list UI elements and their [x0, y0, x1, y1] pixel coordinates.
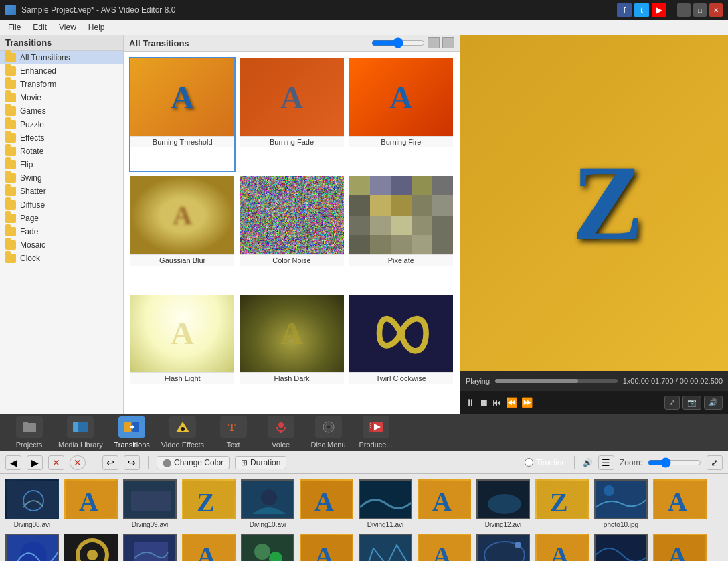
media-item-photo09[interactable]: photo09.jpg [359, 534, 412, 561]
media-item-photo11[interactable]: photo11.jpg [123, 534, 177, 561]
duration-button[interactable]: ⊞ Duration [235, 456, 286, 469]
media-item-trans-a9[interactable]: A [653, 534, 707, 561]
change-color-button[interactable]: ⬤ Change Color [157, 456, 230, 469]
preview-video: Z [460, 35, 728, 371]
sidebar-item-games[interactable]: Games [0, 104, 123, 118]
maximize-button[interactable]: □ [693, 3, 707, 17]
media-item-trans-a3[interactable]: A [418, 479, 471, 528]
media-item-trans-a5[interactable]: A [182, 534, 236, 561]
sidebar-item-effects[interactable]: Effects [0, 131, 123, 145]
sidebar-item-rotate[interactable]: Rotate [0, 145, 123, 158]
media-item-photo01[interactable]: photo01.jpg [594, 534, 648, 561]
youtube-icon[interactable]: ▶ [652, 3, 666, 17]
media-item-diving09[interactable]: Diving09.avi [123, 479, 177, 528]
timeline-redo-button[interactable]: ↪ [124, 455, 140, 470]
media-item-diving08[interactable]: Diving08.avi [5, 479, 59, 528]
transition-burning-fire[interactable]: A Burning Fire [348, 57, 454, 172]
toolbar-disc-menu[interactable]: Disc Menu [310, 416, 347, 449]
sidebar-item-all-transitions[interactable]: All Transitions [0, 51, 123, 64]
transition-gaussian-blur[interactable]: A Gaussian Blur [129, 175, 236, 290]
menu-help[interactable]: Help [83, 21, 110, 33]
sidebar-item-movie[interactable]: Movie [0, 91, 123, 104]
preview-fit-button[interactable]: ⤢ [664, 396, 680, 410]
media-item-photo05[interactable]: photo05.jpg [241, 534, 294, 561]
playback-forward-button[interactable]: ⏩ [521, 397, 533, 408]
playback-rewind-button[interactable]: ⏪ [506, 397, 517, 408]
sidebar-item-diffuse[interactable]: Diffuse [0, 198, 123, 212]
playback-prev-button[interactable]: ⏮ [492, 397, 502, 408]
sidebar-item-enhanced[interactable]: Enhanced [0, 64, 123, 78]
preview-progress-bar[interactable] [495, 379, 618, 383]
playback-pause-button[interactable]: ⏸ [466, 397, 475, 408]
media-item-diving11[interactable]: Diving11.avi [359, 479, 412, 528]
disc-menu-icon [321, 420, 337, 434]
minimize-button[interactable]: — [677, 3, 691, 17]
transition-burning-fade[interactable]: A Burning Fade [238, 57, 345, 172]
media-item-trans-circle[interactable] [64, 534, 118, 561]
twitter-icon[interactable]: t [634, 3, 649, 17]
transition-twirl-clockwise[interactable]: Twirl Clockwise [348, 293, 454, 408]
playback-stop-button[interactable]: ⏹ [479, 397, 488, 408]
toolbar-text[interactable]: T Text [215, 416, 252, 449]
media-item-diving10[interactable]: Diving10.avi [241, 479, 294, 528]
media-item-trans-z2[interactable]: Z [535, 479, 589, 528]
toolbar-media-library[interactable]: Media Library [58, 416, 103, 449]
close-button[interactable]: ✕ [709, 3, 723, 17]
grid-view-large-button[interactable] [442, 37, 454, 48]
media-item-photo08[interactable]: photo08.jpg [5, 534, 59, 561]
media-item-trans-a8[interactable]: A [535, 534, 589, 561]
media-item-trans-a6[interactable]: A [300, 534, 353, 561]
folder-icon [5, 93, 16, 102]
media-item-photo07[interactable]: photo07.jpg [476, 534, 530, 561]
transition-burning-threshold[interactable]: A Burning Threshold [129, 57, 236, 172]
sidebar-item-shatter[interactable]: Shatter [0, 185, 123, 198]
folder-icon [5, 147, 16, 156]
bottom-toolbar: Projects Media Library Transitions [0, 414, 728, 451]
media-item-trans-z1[interactable]: Z [182, 479, 236, 528]
menu-view[interactable]: View [54, 21, 82, 33]
media-item-trans-a1[interactable]: A [64, 479, 118, 528]
timeline-remove2-button[interactable]: ✕ [70, 455, 86, 470]
menu-edit[interactable]: Edit [27, 21, 52, 33]
sidebar-item-fade[interactable]: Fade [0, 225, 123, 238]
transitions-icon-bg [118, 416, 145, 438]
toolbar-video-effects[interactable]: Video Effects [161, 416, 204, 449]
sidebar-item-clock[interactable]: Clock [0, 252, 123, 265]
media-item-trans-a7[interactable]: A [418, 534, 471, 561]
timeline-nav-prev[interactable]: ◀ [5, 455, 21, 470]
zoom-slider[interactable] [648, 457, 701, 468]
media-item-diving12[interactable]: Diving12.avi [476, 479, 530, 528]
timeline-expand-button[interactable]: ⤢ [707, 455, 723, 470]
media-item-trans-a4[interactable]: A [653, 479, 707, 528]
transition-color-noise[interactable]: Color Noise [238, 175, 345, 290]
toolbar-produce[interactable]: Produce... [357, 416, 394, 449]
preview-snapshot-button[interactable]: 📷 [682, 396, 701, 410]
media-item-trans-a2[interactable]: A [300, 479, 353, 528]
media-item-photo10[interactable]: photo10.jpg [594, 479, 648, 528]
timeline-view-toggle[interactable]: Timeline [525, 458, 566, 467]
sidebar-item-page[interactable]: Page [0, 212, 123, 225]
preview-volume-button[interactable]: 🔊 [704, 396, 723, 410]
timeline-remove-button[interactable]: ✕ [48, 455, 64, 470]
sidebar-item-swing[interactable]: Swing [0, 171, 123, 185]
toolbar-voice[interactable]: Voice [262, 416, 299, 449]
sidebar-item-transform[interactable]: Transform [0, 78, 123, 91]
grid-view-small-button[interactable] [428, 37, 440, 48]
timeline-undo-button[interactable]: ↩ [102, 455, 118, 470]
size-slider[interactable] [371, 37, 425, 48]
transition-flash-light[interactable]: A Flash Light [129, 293, 236, 408]
facebook-icon[interactable]: f [617, 3, 632, 17]
folder-icon [5, 227, 16, 236]
toolbar-transitions[interactable]: Transitions [114, 416, 151, 449]
sidebar-item-puzzle[interactable]: Puzzle [0, 118, 123, 131]
transition-flash-dark[interactable]: A Flash Dark [238, 293, 345, 408]
timeline-nav-next[interactable]: ▶ [27, 455, 43, 470]
menu-file[interactable]: File [3, 21, 26, 33]
sidebar-item-mosaic[interactable]: Mosaic [0, 238, 123, 252]
toolbar-projects[interactable]: Projects [11, 416, 48, 449]
transition-pixelate[interactable]: Pixelate [348, 175, 454, 290]
timeline-list-view[interactable]: ☰ [598, 455, 614, 470]
flash-light-label: Flash Light [130, 372, 234, 384]
timeline-radio[interactable] [525, 458, 533, 467]
sidebar-item-flip[interactable]: Flip [0, 158, 123, 171]
